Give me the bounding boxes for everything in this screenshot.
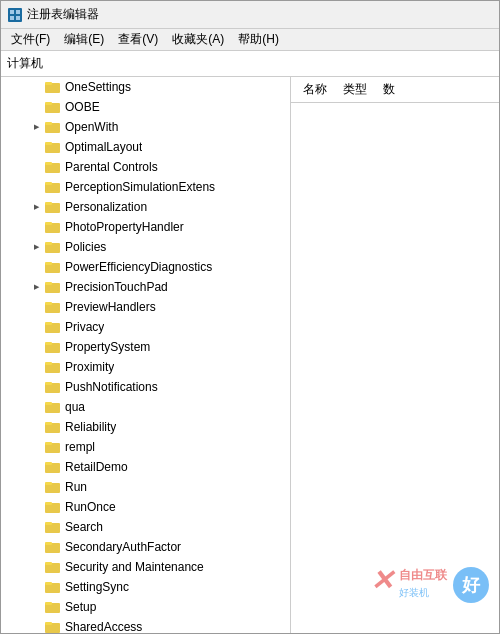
expand-icon[interactable] bbox=[29, 80, 43, 94]
menu-help[interactable]: 帮助(H) bbox=[232, 29, 285, 50]
expand-icon[interactable] bbox=[29, 420, 43, 434]
menu-bar: 文件(F) 编辑(E) 查看(V) 收藏夹(A) 帮助(H) bbox=[1, 29, 499, 51]
expand-icon[interactable] bbox=[29, 600, 43, 614]
tree-item[interactable]: SettingSync bbox=[1, 577, 290, 597]
tree-item-label: Personalization bbox=[65, 200, 147, 214]
tree-item[interactable]: OneSettings bbox=[1, 77, 290, 97]
tree-item[interactable]: Parental Controls bbox=[1, 157, 290, 177]
tree-item[interactable]: Security and Maintenance bbox=[1, 557, 290, 577]
folder-icon bbox=[45, 220, 61, 234]
tree-item[interactable]: Search bbox=[1, 517, 290, 537]
folder-icon bbox=[45, 480, 61, 494]
tree-item-label: OOBE bbox=[65, 100, 100, 114]
tree-item[interactable]: Personalization bbox=[1, 197, 290, 217]
expand-icon[interactable] bbox=[29, 540, 43, 554]
menu-file[interactable]: 文件(F) bbox=[5, 29, 56, 50]
tree-item-label: RunOnce bbox=[65, 500, 116, 514]
tree-item[interactable]: RunOnce bbox=[1, 497, 290, 517]
expand-icon[interactable] bbox=[29, 240, 43, 254]
expand-icon[interactable] bbox=[29, 560, 43, 574]
folder-icon bbox=[45, 620, 61, 633]
tree-item[interactable]: OpenWith bbox=[1, 117, 290, 137]
tree-item-label: OneSettings bbox=[65, 80, 131, 94]
svg-rect-4 bbox=[16, 16, 20, 20]
folder-icon bbox=[45, 380, 61, 394]
tree-item[interactable]: Setup bbox=[1, 597, 290, 617]
expand-icon[interactable] bbox=[29, 480, 43, 494]
expand-icon[interactable] bbox=[29, 340, 43, 354]
tree-item[interactable]: Proximity bbox=[1, 357, 290, 377]
col-data: 数 bbox=[375, 79, 403, 100]
svg-rect-44 bbox=[45, 462, 52, 465]
tree-pane[interactable]: OneSettings OOBE OpenWith OptimalLayout … bbox=[1, 77, 291, 633]
expand-icon[interactable] bbox=[29, 160, 43, 174]
tree-item-label: Reliability bbox=[65, 420, 116, 434]
expand-icon[interactable] bbox=[29, 400, 43, 414]
svg-rect-52 bbox=[45, 542, 52, 545]
tree-item[interactable]: OOBE bbox=[1, 97, 290, 117]
svg-rect-8 bbox=[45, 102, 52, 105]
expand-icon[interactable] bbox=[29, 140, 43, 154]
folder-icon bbox=[45, 540, 61, 554]
expand-icon[interactable] bbox=[29, 200, 43, 214]
tree-item-label: PhotoPropertyHandler bbox=[65, 220, 184, 234]
expand-icon[interactable] bbox=[29, 260, 43, 274]
tree-item[interactable]: PerceptionSimulationExtens bbox=[1, 177, 290, 197]
tree-item[interactable]: PhotoPropertyHandler bbox=[1, 217, 290, 237]
svg-rect-56 bbox=[45, 582, 52, 585]
expand-icon[interactable] bbox=[29, 520, 43, 534]
folder-icon bbox=[45, 240, 61, 254]
tree-item-label: Search bbox=[65, 520, 103, 534]
expand-icon[interactable] bbox=[29, 440, 43, 454]
expand-icon[interactable] bbox=[29, 620, 43, 633]
folder-icon bbox=[45, 200, 61, 214]
folder-icon bbox=[45, 320, 61, 334]
tree-item[interactable]: SharedAccess bbox=[1, 617, 290, 633]
tree-item[interactable]: SecondaryAuthFactor bbox=[1, 537, 290, 557]
expand-icon[interactable] bbox=[29, 500, 43, 514]
expand-icon[interactable] bbox=[29, 460, 43, 474]
expand-icon[interactable] bbox=[29, 580, 43, 594]
svg-rect-32 bbox=[45, 342, 52, 345]
expand-icon[interactable] bbox=[29, 300, 43, 314]
tree-item-label: PreviewHandlers bbox=[65, 300, 156, 314]
folder-icon bbox=[45, 360, 61, 374]
svg-rect-3 bbox=[10, 16, 14, 20]
expand-icon[interactable] bbox=[29, 280, 43, 294]
svg-rect-60 bbox=[45, 622, 52, 625]
svg-rect-38 bbox=[45, 402, 52, 405]
expand-icon[interactable] bbox=[29, 220, 43, 234]
tree-item[interactable]: PrecisionTouchPad bbox=[1, 277, 290, 297]
svg-rect-50 bbox=[45, 522, 52, 525]
tree-item[interactable]: RetailDemo bbox=[1, 457, 290, 477]
expand-icon[interactable] bbox=[29, 320, 43, 334]
tree-item-label: SettingSync bbox=[65, 580, 129, 594]
tree-item[interactable]: Reliability bbox=[1, 417, 290, 437]
column-headers: 名称 类型 数 bbox=[291, 77, 499, 103]
folder-icon bbox=[45, 300, 61, 314]
tree-item[interactable]: OptimalLayout bbox=[1, 137, 290, 157]
expand-icon[interactable] bbox=[29, 120, 43, 134]
tree-item[interactable]: Privacy bbox=[1, 317, 290, 337]
expand-icon[interactable] bbox=[29, 180, 43, 194]
tree-item-label: PushNotifications bbox=[65, 380, 158, 394]
tree-item-label: PropertySystem bbox=[65, 340, 150, 354]
tree-item[interactable]: Run bbox=[1, 477, 290, 497]
svg-rect-54 bbox=[45, 562, 52, 565]
tree-item-label: Security and Maintenance bbox=[65, 560, 204, 574]
menu-edit[interactable]: 编辑(E) bbox=[58, 29, 110, 50]
svg-rect-24 bbox=[45, 262, 52, 265]
expand-icon[interactable] bbox=[29, 360, 43, 374]
tree-item[interactable]: PreviewHandlers bbox=[1, 297, 290, 317]
tree-item[interactable]: Policies bbox=[1, 237, 290, 257]
expand-icon[interactable] bbox=[29, 380, 43, 394]
tree-item[interactable]: PushNotifications bbox=[1, 377, 290, 397]
tree-item[interactable]: rempl bbox=[1, 437, 290, 457]
expand-icon[interactable] bbox=[29, 100, 43, 114]
menu-view[interactable]: 查看(V) bbox=[112, 29, 164, 50]
menu-favorites[interactable]: 收藏夹(A) bbox=[166, 29, 230, 50]
svg-rect-16 bbox=[45, 182, 52, 185]
tree-item[interactable]: PowerEfficiencyDiagnostics bbox=[1, 257, 290, 277]
tree-item[interactable]: PropertySystem bbox=[1, 337, 290, 357]
tree-item[interactable]: qua bbox=[1, 397, 290, 417]
